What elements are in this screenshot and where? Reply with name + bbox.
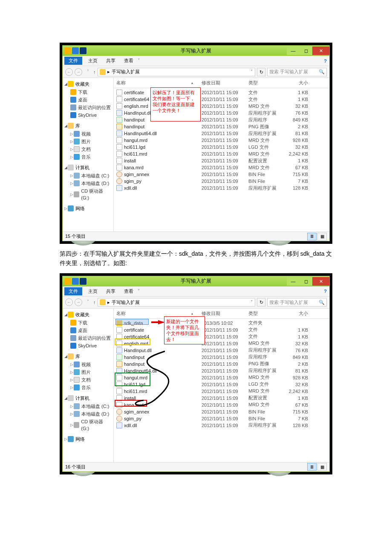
back-button[interactable]: ←: [65, 68, 73, 76]
search-input[interactable]: 搜索 手写输入扩展 🔍: [267, 298, 327, 306]
breadcrumb-dropdown-icon[interactable]: ˅: [251, 300, 253, 305]
file-row[interactable]: handinput2012/10/11 15:09PNG 图像2 KB: [114, 123, 329, 130]
file-icon: [116, 171, 122, 177]
history-dropdown[interactable]: ˅: [84, 68, 92, 76]
sidebar-item-downloads[interactable]: 下载: [78, 319, 87, 326]
file-type: MRD 文件: [248, 374, 282, 381]
file-row[interactable]: hci611.mrd2012/10/11 15:09MRD 文件2,242 KB: [114, 150, 329, 157]
sidebar-favorites[interactable]: 收藏夹: [75, 81, 89, 87]
col-type[interactable]: 类型: [248, 80, 282, 86]
file-row[interactable]: hci611.lgd2012/10/11 15:09LGD 文件32 KB: [114, 144, 329, 150]
sidebar-item-music[interactable]: 音乐: [81, 153, 91, 160]
sidebar-item-disk-c[interactable]: 本地磁盘 (C:): [81, 172, 109, 179]
ribbon-collapse-icon[interactable]: ˅: [138, 58, 140, 64]
sidebar-network[interactable]: 网络: [75, 436, 85, 442]
tab-view[interactable]: 查看: [120, 57, 138, 65]
forward-button[interactable]: →: [75, 68, 82, 76]
forward-button[interactable]: →: [75, 298, 82, 306]
refresh-button[interactable]: ↻: [257, 68, 265, 76]
breadcrumb[interactable]: ▸ 手写输入扩展 ˅: [98, 298, 256, 306]
tab-share[interactable]: 共享: [102, 57, 120, 65]
help-icon[interactable]: ?: [324, 58, 327, 64]
col-name[interactable]: 名称: [116, 80, 126, 86]
sidebar-favorites[interactable]: 收藏夹: [75, 311, 89, 318]
col-date[interactable]: 修改日期: [202, 80, 248, 86]
sidebar-item-downloads[interactable]: 下载: [78, 89, 87, 95]
tab-file[interactable]: 文件: [64, 57, 82, 65]
ribbon-collapse-icon[interactable]: ˅: [138, 289, 140, 294]
tab-share[interactable]: 共享: [102, 287, 120, 295]
sidebar-item-skydrive[interactable]: SkyDrive: [78, 112, 97, 119]
sidebar-item-documents[interactable]: 文档: [81, 376, 91, 383]
help-icon[interactable]: ?: [324, 289, 327, 294]
sidebar-item-videos[interactable]: 视频: [81, 130, 91, 137]
file-icon: [116, 110, 122, 116]
refresh-button[interactable]: ↻: [257, 298, 265, 306]
sidebar-item-desktop[interactable]: 桌面: [78, 96, 87, 103]
tab-view[interactable]: 查看: [120, 287, 138, 295]
col-type[interactable]: 类型: [248, 310, 282, 317]
up-button[interactable]: ↑: [93, 69, 96, 75]
col-size[interactable]: 大小: [282, 80, 308, 86]
sidebar-item-disk-c[interactable]: 本地磁盘 (C:): [81, 403, 109, 410]
sidebar-item-pictures[interactable]: 图片: [81, 369, 91, 376]
sidebar-computer[interactable]: 计算机: [75, 395, 89, 402]
sidebar-item-disk-g[interactable]: CD 驱动器 (G:): [81, 418, 112, 432]
file-row[interactable]: xdll.dll2012/10/11 15:09应用程序扩展128 KB: [114, 185, 329, 191]
sidebar-libraries[interactable]: 库: [75, 122, 80, 129]
col-date[interactable]: 修改日期: [202, 310, 248, 317]
sidebar-item-documents[interactable]: 文档: [81, 146, 91, 153]
view-details-button[interactable]: ≣: [307, 463, 317, 471]
tab-home[interactable]: 主页: [84, 57, 102, 65]
breadcrumb[interactable]: ▸ 手写输入扩展 ˅: [98, 68, 256, 76]
sidebar-item-desktop[interactable]: 桌面: [78, 327, 87, 334]
file-size: 32 KB: [282, 104, 308, 109]
file-size: 1 KB: [282, 327, 308, 332]
file-date: 2012/10/11 15:09: [202, 402, 248, 408]
file-row[interactable]: install2012/10/11 15:09配置设置1 KB: [114, 157, 329, 164]
file-row[interactable]: handinput2012/10/11 15:09应用程序849 KB: [114, 116, 329, 123]
history-dropdown[interactable]: ˅: [84, 298, 92, 306]
file-row[interactable]: certificate2012/10/11 15:09文件1 KB: [114, 89, 329, 96]
file-name: sgim_annex: [124, 172, 149, 177]
titlebar[interactable]: 手写输入扩展 — ◻ ✕: [63, 46, 329, 56]
file-row[interactable]: HandInput64.dll2012/10/11 15:09应用程序扩展81 …: [114, 130, 329, 137]
file-row[interactable]: sgim_annex2012/10/11 15:09BIN File715 KB: [114, 171, 329, 178]
col-name[interactable]: 名称: [116, 310, 126, 317]
view-icons-button[interactable]: ▦: [317, 463, 327, 471]
sidebar-item-recent[interactable]: 最近访问的位置: [78, 335, 111, 341]
file-date: 2012/10/11 15:09: [202, 131, 248, 136]
view-icons-button[interactable]: ▦: [317, 233, 327, 240]
file-type: 应用程序: [248, 354, 282, 360]
sidebar-libraries[interactable]: 库: [75, 353, 80, 360]
sidebar-computer[interactable]: 计算机: [75, 164, 89, 171]
tab-file[interactable]: 文件: [64, 287, 82, 295]
sidebar-item-disk-d[interactable]: 本地磁盘 (D:): [81, 410, 109, 417]
file-date: 2012/10/11 15:09: [202, 348, 248, 353]
sidebar-item-music[interactable]: 音乐: [81, 384, 91, 391]
file-row[interactable]: kana.mrd2012/10/11 15:09MRD 文件67 KB: [114, 164, 329, 171]
sidebar-item-recent[interactable]: 最近访问的位置: [78, 104, 111, 111]
sidebar-item-videos[interactable]: 视频: [81, 361, 91, 368]
sidebar-item-skydrive[interactable]: SkyDrive: [78, 342, 97, 349]
file-row[interactable]: HandInput.dll2012/10/11 15:09应用程序扩展76 KB: [114, 110, 329, 116]
column-headers[interactable]: 名称▴ 修改日期 类型 大小: [114, 78, 329, 88]
sidebar-item-pictures[interactable]: 图片: [81, 138, 91, 145]
file-row[interactable]: certificate642012/10/11 15:09文件1 KB: [114, 96, 329, 103]
view-details-button[interactable]: ≣: [307, 233, 317, 240]
breadcrumb-dropdown-icon[interactable]: ˅: [251, 69, 253, 75]
sidebar-item-disk-d[interactable]: 本地磁盘 (D:): [81, 180, 109, 187]
breadcrumb-item[interactable]: 手写输入扩展: [112, 299, 140, 306]
breadcrumb-item[interactable]: 手写输入扩展: [112, 69, 140, 75]
file-row[interactable]: english.mrd2012/10/11 15:09MRD 文件32 KB: [114, 103, 329, 110]
file-row[interactable]: sgim_py2012/10/11 15:09BIN File7 KB: [114, 178, 329, 185]
search-input[interactable]: 搜索 手写输入扩展 🔍: [267, 68, 327, 76]
tab-home[interactable]: 主页: [84, 287, 102, 295]
sidebar-network[interactable]: 网络: [75, 205, 85, 212]
titlebar[interactable]: 手写输入扩展 — ◻ ✕: [63, 276, 329, 286]
col-size[interactable]: 大小: [282, 310, 308, 317]
file-row[interactable]: hangul.mrd2012/10/11 15:09MRD 文件928 KB: [114, 137, 329, 144]
back-button[interactable]: ←: [65, 298, 73, 306]
up-button[interactable]: ↑: [93, 300, 96, 305]
sidebar-item-disk-g[interactable]: CD 驱动器 (G:): [81, 188, 112, 201]
